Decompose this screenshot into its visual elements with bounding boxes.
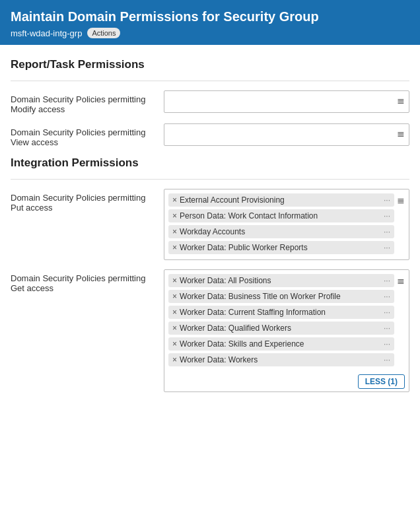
tag-label: Worker Data: Skills and Experience bbox=[180, 339, 381, 349]
list-item: × Worker Data: Skills and Experience ··· bbox=[168, 337, 394, 351]
get-tags-header: × Worker Data: All Positions ··· × Worke… bbox=[168, 274, 405, 369]
tag-more-icon[interactable]: ··· bbox=[384, 243, 390, 252]
page-title: Maintain Domain Permissions for Security… bbox=[11, 8, 409, 25]
list-item: × Workday Accounts ··· bbox=[168, 225, 394, 238]
list-item: × Person Data: Work Contact Information … bbox=[168, 209, 394, 222]
main-content: Report/Task Permissions Domain Security … bbox=[0, 45, 420, 412]
view-list-icon[interactable]: ≣ bbox=[397, 127, 405, 139]
modify-access-row: Domain Security Policies permitting Modi… bbox=[11, 90, 409, 114]
tag-label: External Account Provisioning bbox=[180, 195, 381, 205]
header-subtitle: msft-wdad-intg-grp Actions bbox=[11, 28, 409, 38]
tag-remove-icon[interactable]: × bbox=[172, 227, 177, 236]
view-access-label: Domain Security Policies permitting View… bbox=[11, 123, 156, 147]
put-tags-header: × External Account Provisioning ··· × Pe… bbox=[168, 193, 405, 257]
tag-remove-icon[interactable]: × bbox=[172, 276, 177, 285]
tag-remove-icon[interactable]: × bbox=[172, 355, 177, 364]
tag-remove-icon[interactable]: × bbox=[172, 243, 177, 252]
tag-more-icon[interactable]: ··· bbox=[384, 227, 390, 236]
tag-more-icon[interactable]: ··· bbox=[384, 292, 390, 301]
get-access-row: Domain Security Policies permitting Get … bbox=[11, 269, 409, 392]
tag-remove-icon[interactable]: × bbox=[172, 339, 177, 349]
tag-label: Worker Data: Public Worker Reports bbox=[180, 243, 381, 252]
tag-label: Worker Data: Workers bbox=[180, 355, 381, 364]
report-task-title: Report/Task Permissions bbox=[11, 58, 409, 71]
view-access-input[interactable]: ≣ bbox=[164, 123, 409, 146]
tag-label: Worker Data: Qualified Workers bbox=[180, 323, 381, 333]
view-access-row: Domain Security Policies permitting View… bbox=[11, 123, 409, 147]
page-header: Maintain Domain Permissions for Security… bbox=[0, 0, 420, 45]
get-tags-list: × Worker Data: All Positions ··· × Worke… bbox=[168, 274, 394, 369]
modify-access-label: Domain Security Policies permitting Modi… bbox=[11, 90, 156, 114]
put-access-label: Domain Security Policies permitting Put … bbox=[11, 189, 156, 213]
put-tags-list: × External Account Provisioning ··· × Pe… bbox=[168, 193, 394, 257]
list-item: × Worker Data: Public Worker Reports ··· bbox=[168, 241, 394, 254]
modify-access-input[interactable]: ≣ bbox=[164, 90, 409, 113]
tag-label: Worker Data: Business Title on Worker Pr… bbox=[180, 292, 381, 301]
get-list-icon[interactable]: ≣ bbox=[397, 274, 405, 286]
group-name: msft-wdad-intg-grp bbox=[11, 28, 82, 38]
divider-1 bbox=[11, 81, 409, 81]
get-access-tags-container[interactable]: × Worker Data: All Positions ··· × Worke… bbox=[164, 269, 409, 392]
get-access-label: Domain Security Policies permitting Get … bbox=[11, 269, 156, 293]
tag-more-icon[interactable]: ··· bbox=[384, 308, 390, 317]
tag-more-icon[interactable]: ··· bbox=[384, 195, 390, 205]
tag-label: Person Data: Work Contact Information bbox=[180, 211, 381, 221]
list-item: × External Account Provisioning ··· bbox=[168, 193, 394, 207]
put-access-tags-container[interactable]: × External Account Provisioning ··· × Pe… bbox=[164, 189, 409, 260]
list-item: × Worker Data: All Positions ··· bbox=[168, 274, 394, 287]
actions-button[interactable]: Actions bbox=[87, 28, 120, 38]
list-item: × Worker Data: Workers ··· bbox=[168, 353, 394, 366]
report-task-section: Report/Task Permissions Domain Security … bbox=[11, 58, 409, 147]
list-item: × Worker Data: Current Staffing Informat… bbox=[168, 306, 394, 319]
list-item: × Worker Data: Business Title on Worker … bbox=[168, 290, 394, 303]
tag-remove-icon[interactable]: × bbox=[172, 308, 177, 317]
tag-more-icon[interactable]: ··· bbox=[384, 339, 390, 349]
list-item: × Worker Data: Qualified Workers ··· bbox=[168, 322, 394, 335]
modify-list-icon[interactable]: ≣ bbox=[397, 94, 405, 106]
less-button[interactable]: LESS (1) bbox=[358, 374, 405, 389]
divider-2 bbox=[11, 179, 409, 180]
tag-remove-icon[interactable]: × bbox=[172, 292, 177, 301]
put-access-row: Domain Security Policies permitting Put … bbox=[11, 189, 409, 260]
tag-label: Workday Accounts bbox=[180, 227, 381, 236]
tag-label: Worker Data: Current Staffing Informatio… bbox=[180, 308, 381, 317]
integration-title: Integration Permissions bbox=[11, 156, 409, 170]
tag-label: Worker Data: All Positions bbox=[180, 276, 381, 285]
tag-remove-icon[interactable]: × bbox=[172, 323, 177, 333]
tag-more-icon[interactable]: ··· bbox=[384, 211, 390, 221]
integration-section: Integration Permissions Domain Security … bbox=[11, 156, 409, 392]
put-list-icon[interactable]: ≣ bbox=[397, 193, 405, 205]
tag-more-icon[interactable]: ··· bbox=[384, 323, 390, 333]
tag-more-icon[interactable]: ··· bbox=[384, 276, 390, 285]
tag-remove-icon[interactable]: × bbox=[172, 195, 177, 205]
tag-remove-icon[interactable]: × bbox=[172, 211, 177, 221]
tag-more-icon[interactable]: ··· bbox=[384, 355, 390, 364]
